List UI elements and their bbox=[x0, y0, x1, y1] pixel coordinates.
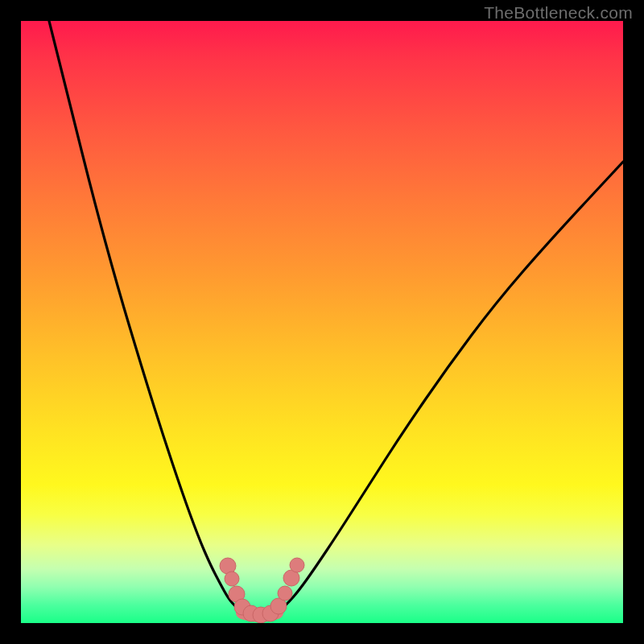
valley-marker bbox=[290, 558, 304, 572]
valley-markers bbox=[220, 558, 304, 623]
watermark-text: TheBottleneck.com bbox=[484, 3, 633, 23]
outer-frame: TheBottleneck.com bbox=[0, 0, 644, 644]
right-curve bbox=[277, 162, 623, 613]
plot-area bbox=[21, 21, 623, 623]
left-curve bbox=[49, 21, 242, 613]
chart-svg bbox=[21, 21, 623, 623]
valley-marker bbox=[278, 586, 292, 601]
valley-marker bbox=[225, 572, 239, 586]
